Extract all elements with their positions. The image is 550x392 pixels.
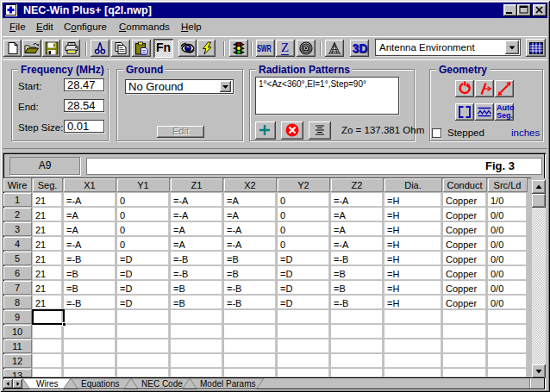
svg-text:Model Params: Model Params	[200, 379, 255, 389]
svg-text:NEC Code: NEC Code	[141, 379, 183, 389]
svg-text:Equations: Equations	[81, 379, 119, 389]
svg-text:Wires: Wires	[36, 379, 59, 389]
